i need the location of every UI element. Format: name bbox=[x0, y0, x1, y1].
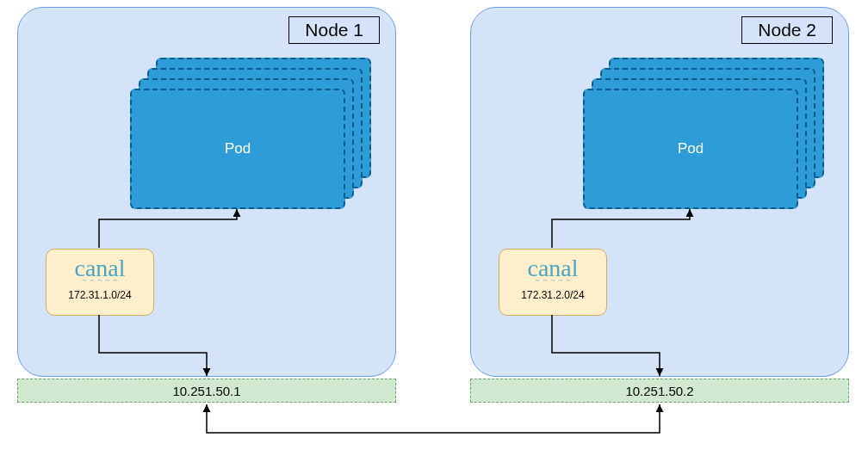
arrow-ip-to-ip bbox=[207, 404, 660, 433]
ip-label-2: 10.251.50.2 bbox=[625, 384, 693, 398]
pod-label: Pod bbox=[225, 140, 251, 157]
node-2-pod-stack: Pod bbox=[583, 58, 824, 208]
node-1-label-box: Node 1 bbox=[288, 16, 380, 44]
canal-logo-icon: canal bbox=[499, 256, 606, 280]
node-1-pod-stack: Pod bbox=[130, 58, 371, 208]
node-2-label-box: Node 2 bbox=[741, 16, 833, 44]
node-2-label: Node 2 bbox=[758, 20, 816, 40]
ip-label-1: 10.251.50.1 bbox=[172, 384, 240, 398]
canal-subnet-2: 172.31.2.0/24 bbox=[499, 289, 606, 301]
ip-box-1: 10.251.50.1 bbox=[17, 379, 396, 403]
canal-box-2: canal ～～～～～ 172.31.2.0/24 bbox=[499, 249, 607, 316]
canal-box-1: canal ～～～～～ 172.31.1.0/24 bbox=[46, 249, 154, 316]
pod-icon: Pod bbox=[130, 89, 345, 209]
ip-box-2: 10.251.50.2 bbox=[470, 379, 849, 403]
node-2: Node 2 Pod canal ～～～～～ 172.31.2.0/24 bbox=[470, 7, 849, 377]
node-1: Node 1 Pod canal ～～～～～ 172.31.1.0/24 bbox=[17, 7, 396, 377]
canal-subnet-1: 172.31.1.0/24 bbox=[46, 289, 153, 301]
canal-logo-icon: canal bbox=[46, 256, 153, 280]
pod-icon: Pod bbox=[583, 89, 798, 209]
pod-label: Pod bbox=[678, 140, 704, 157]
node-1-label: Node 1 bbox=[305, 20, 363, 40]
